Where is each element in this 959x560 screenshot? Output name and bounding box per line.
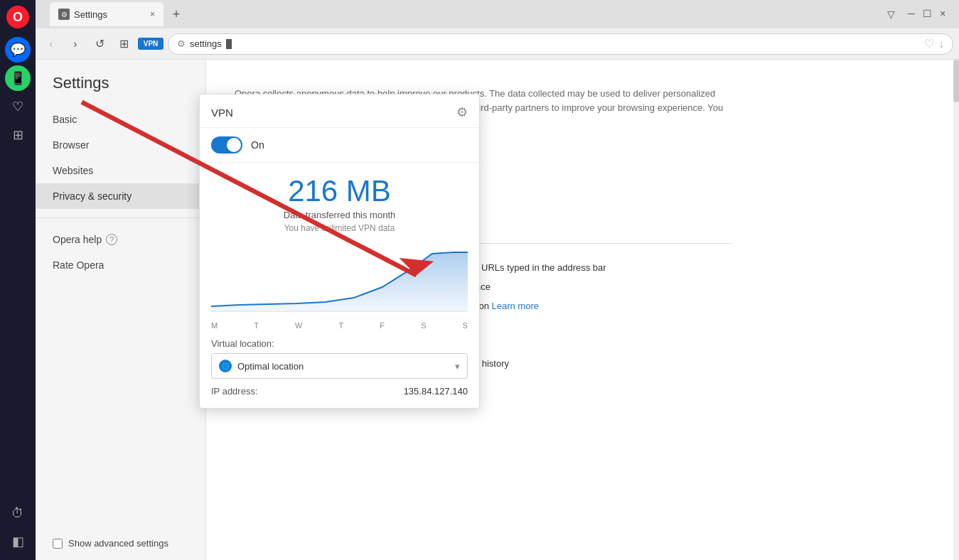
chart-day-s2: S [463,321,468,330]
browser-window: ⚙ Settings × + ▽ ─ ☐ × ‹ › ↺ ⊞ VPN ⚙ set… [36,0,959,560]
address-favicon: ⚙ [177,38,186,49]
vpn-location-text: Optimal location [237,361,455,372]
vpn-globe-icon: 🌐 [219,360,232,372]
settings-nav-rate-opera[interactable]: Rate Opera [36,252,205,278]
settings-page-title: Settings [36,74,205,107]
vpn-ip-row: IP address: 135.84.127.140 [200,379,479,397]
history-icon-btn[interactable]: ⏱ [5,500,31,526]
vpn-location-label: Virtual location: [211,338,468,349]
vpn-chart [200,244,479,318]
chart-day-s1: S [421,321,426,330]
opera-logo[interactable]: O [6,6,29,28]
vpn-location-section: Virtual location: 🌐 Optimal location ▾ [200,330,479,379]
vpn-panel-header: VPN ⚙ [200,95,479,128]
vpn-gear-icon[interactable]: ⚙ [456,104,468,120]
settings-tab-label: Settings [74,9,107,20]
bookmarks-icon-btn[interactable]: ♡ [5,94,31,119]
close-btn[interactable]: × [938,9,948,18]
forward-btn[interactable]: › [65,34,85,54]
vpn-data-label: Data transferred this month [211,210,468,220]
settings-sidebar: Settings Basic Browser Websites Privacy … [36,60,206,560]
chart-day-m: M [211,321,218,330]
settings-tab[interactable]: ⚙ Settings × [50,2,164,26]
messenger-icon-btn[interactable]: 💬 [5,37,31,63]
chart-day-f: F [380,321,385,330]
learn-more-link-2[interactable]: Learn more [491,301,538,311]
vpn-toggle-label: On [251,139,264,151]
address-cursor [226,39,232,49]
chart-labels: M T W T F S S [200,318,479,330]
vpn-badge[interactable]: VPN [138,38,164,50]
vpn-chart-svg [211,244,468,316]
back-btn[interactable]: ‹ [41,34,61,54]
settings-nav-websites[interactable]: Websites [36,158,205,183]
vpn-data-amount: 216 MB [211,174,468,208]
chart-day-t1: T [254,321,259,330]
settings-tab-icon: ⚙ [58,9,70,20]
address-download-icon[interactable]: ↓ [938,38,944,50]
vpn-toggle-switch[interactable] [211,136,242,154]
tab-close-btn[interactable]: × [150,9,155,19]
nav-bar: ‹ › ↺ ⊞ VPN ⚙ settings ♡ ↓ [36,28,959,60]
vpn-panel: VPN ⚙ On 216 MB Data transferred this mo… [199,94,480,409]
vpn-data-section: 216 MB Data transferred this month You h… [200,163,479,239]
sidebar-icons: O 💬 📱 ♡ ⊞ ⏱ ◧ [0,0,36,560]
vpn-location-select[interactable]: 🌐 Optimal location ▾ [211,353,468,379]
settings-page: Settings Basic Browser Websites Privacy … [36,60,959,560]
settings-nav-opera-help[interactable]: Opera help ? [36,227,205,252]
vpn-location-arrow-icon: ▾ [455,361,460,372]
scroll-track [953,60,959,560]
settings-nav-browser[interactable]: Browser [36,132,205,158]
scroll-thumb[interactable] [953,60,959,102]
help-icon: ? [106,234,117,245]
reload-btn[interactable]: ↺ [90,34,109,54]
whatsapp-icon-btn[interactable]: 📱 [5,65,31,91]
maximize-btn[interactable]: ☐ [922,9,932,18]
vpn-panel-title: VPN [211,107,233,119]
vpn-toggle-row: On [200,128,479,163]
downgrade-wifi-icon: ▽ [887,9,895,20]
vpn-ip-value: 135.84.127.140 [404,386,468,397]
title-bar: ⚙ Settings × + ▽ ─ ☐ × [36,0,959,28]
window-controls: ▽ ─ ☐ × [887,9,953,20]
address-star-icon[interactable]: ♡ [924,37,934,50]
new-tab-btn[interactable]: + [166,4,186,24]
toggle-knob [227,138,241,152]
settings-nav-privacy[interactable]: Privacy & security [36,183,205,209]
show-advanced-label: Show advanced settings [68,538,168,549]
grid-btn[interactable]: ⊞ [114,34,134,54]
show-advanced-checkbox[interactable] [53,539,63,549]
address-bar[interactable]: ⚙ settings ♡ ↓ [168,33,953,55]
address-value: settings [190,38,222,49]
minimize-btn[interactable]: ─ [906,9,916,18]
vpn-data-sub: You have unlimited VPN data [211,223,468,233]
settings-nav-divider [36,217,205,218]
vpn-ip-label: IP address: [211,386,258,397]
extensions-icon-btn[interactable]: ⊞ [5,122,31,148]
chart-day-w: W [295,321,302,330]
chart-day-t2: T [339,321,344,330]
sidebar-toggle-btn[interactable]: ◧ [5,529,31,554]
settings-nav-basic[interactable]: Basic [36,107,205,132]
